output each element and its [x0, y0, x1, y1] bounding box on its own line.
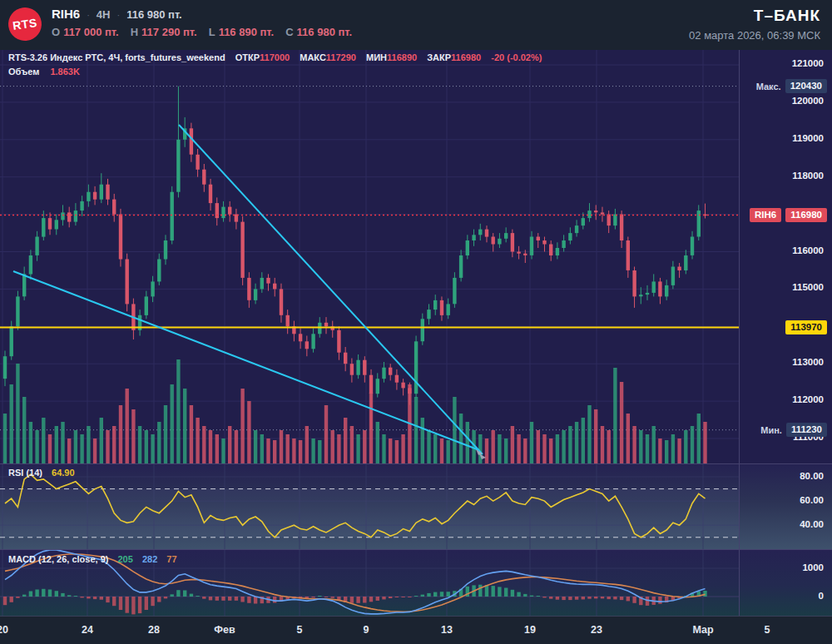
max-price-badge: 120430	[785, 79, 827, 93]
price-tick-label: 116000	[792, 245, 824, 255]
time-tick-label: 23	[591, 624, 602, 636]
macd-pane[interactable]: MACD (12, 26, close, 9) 205 282 77	[0, 549, 832, 616]
rsi-canvas[interactable]	[0, 463, 832, 549]
macd-line-value: 282	[142, 554, 157, 564]
macd-scale[interactable]: 10000	[739, 549, 832, 616]
legend-low-label: МИН	[366, 52, 387, 62]
rsi-pane[interactable]: RSI (14) 64.90	[0, 463, 832, 549]
min-marker-label: Мин.	[760, 425, 782, 435]
low-label: L	[209, 26, 215, 38]
time-tick-month-label: Фев	[214, 624, 235, 636]
high-value: 117 290 пт.	[141, 26, 197, 38]
legend-high-label: МАКС	[300, 52, 326, 62]
macd-tick-label: 1000	[802, 562, 824, 572]
level-price-badge: 113970	[785, 320, 827, 334]
level-price-marker: 113970	[785, 320, 827, 334]
close-value: 116 980 пт.	[297, 26, 353, 38]
header-bar: RTS RIH6 · 4H · 116 980 пт. O117 000 пт.…	[0, 0, 832, 50]
time-tick-label: 13	[441, 624, 453, 636]
min-price-marker: Мин. 111230	[760, 423, 827, 437]
legend-high-value: 117290	[326, 52, 356, 62]
price-tick-label: 119000	[792, 133, 824, 143]
max-price-marker: Макс. 120430	[756, 79, 827, 93]
symbol-badge: RIH6	[750, 208, 781, 222]
legend-open-label: ОТКР	[235, 52, 260, 62]
high-label: H	[131, 26, 138, 38]
legend-close-value: 116980	[451, 52, 481, 62]
price-tick-label: 118000	[792, 171, 824, 181]
close-label: C	[285, 26, 293, 38]
open-label: O	[52, 26, 60, 38]
macd-tick-label: 0	[819, 591, 824, 601]
pane-divider[interactable]	[0, 463, 832, 464]
max-marker-label: Макс.	[756, 82, 781, 92]
rsi-label: RSI (14)	[8, 468, 42, 478]
price-chart-canvas[interactable]	[0, 50, 832, 463]
price-tick-label: 113000	[792, 357, 824, 367]
time-tick-label: 9	[364, 624, 369, 636]
instrument-title-block: RIH6 · 4H · 116 980 пт. O117 000 пт. H11…	[52, 7, 352, 38]
header-last-price: 116 980 пт.	[126, 8, 182, 21]
pane-divider[interactable]	[0, 549, 832, 550]
price-chart-pane[interactable]: RTS-3.26 Индекс РТС, 4Ч, forts_futures_w…	[0, 50, 832, 463]
series-title: RTS-3.26 Индекс РТС, 4Ч, forts_futures_w…	[8, 52, 225, 62]
legend-close-label: ЗАКР	[427, 52, 451, 62]
rsi-tick-label: 60.00	[800, 495, 824, 505]
price-scale[interactable]: 1210001200001190001180001160001150001130…	[739, 50, 832, 463]
timeframe-selector[interactable]: 4H	[97, 8, 111, 21]
legend-open-value: 117000	[260, 52, 290, 62]
header-ohlc-row: O117 000 пт. H117 290 пт. L116 890 пт. C…	[52, 26, 352, 38]
macd-hist-value: 205	[118, 554, 133, 564]
min-price-badge: 111230	[786, 423, 827, 437]
last-price-marker: RIH6 116980	[750, 208, 827, 222]
time-tick-label: 20	[0, 624, 8, 636]
price-tick-label: 121000	[792, 58, 824, 68]
price-tick-label: 120000	[792, 96, 824, 106]
rts-logo-text: RTS	[12, 16, 37, 32]
macd-signal-value: 77	[166, 554, 176, 564]
macd-label: MACD (12, 26, close, 9)	[8, 554, 108, 564]
time-tick-label: 5	[297, 624, 303, 636]
price-tick-label: 112000	[792, 394, 824, 404]
time-tick-month-label: Мар	[692, 624, 713, 636]
open-value: 117 000 пт.	[63, 26, 119, 38]
legend-change-value: -20 (-0.02%)	[491, 52, 542, 62]
rsi-value: 64.90	[52, 468, 75, 478]
rsi-scale[interactable]: 80.0060.0040.00	[739, 463, 832, 549]
time-scale[interactable]: 202428Фев59131923Мар5	[0, 616, 832, 644]
trading-terminal: RTS RIH6 · 4H · 116 980 пт. O117 000 пт.…	[0, 0, 832, 644]
series-legend[interactable]: RTS-3.26 Индекс РТС, 4Ч, forts_futures_w…	[8, 52, 549, 62]
legend-low-value: 116890	[387, 52, 417, 62]
time-tick-label: 19	[524, 624, 536, 636]
time-tick-label: 5	[765, 624, 770, 636]
price-tick-label: 115000	[792, 282, 824, 292]
bank-logo: Т–БАНК	[689, 7, 820, 25]
dot-separator: ·	[87, 10, 90, 20]
macd-legend[interactable]: MACD (12, 26, close, 9) 205 282 77	[8, 554, 177, 564]
volume-label: Объем	[8, 67, 39, 77]
bank-block: Т–БАНК 02 марта 2026, 06:39 МСК	[689, 7, 820, 42]
last-price-badge: 116980	[785, 208, 827, 222]
rsi-tick-label: 80.00	[800, 471, 824, 481]
rts-logo: RTS	[6, 5, 43, 42]
time-tick-label: 24	[82, 624, 93, 636]
volume-value: 1.863K	[50, 67, 79, 77]
rsi-legend[interactable]: RSI (14) 64.90	[8, 468, 75, 478]
rsi-tick-label: 40.00	[800, 519, 824, 529]
time-tick-label: 28	[148, 624, 160, 636]
instrument-symbol[interactable]: RIH6	[52, 7, 80, 21]
datetime-label: 02 марта 2026, 06:39 МСК	[689, 29, 820, 42]
dot-separator: ·	[116, 10, 120, 20]
volume-legend[interactable]: Объем 1.863K	[8, 67, 80, 77]
low-value: 116 890 пт.	[219, 26, 275, 38]
